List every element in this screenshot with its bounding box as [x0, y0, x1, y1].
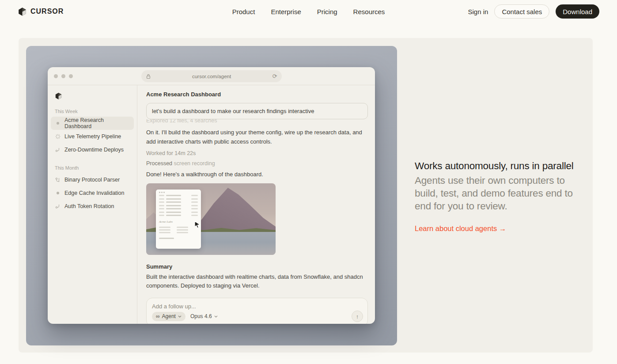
demo-panel: cursor.com/agent ⟳ This Week Acme Resea	[26, 46, 397, 345]
pointer-cursor-icon	[194, 221, 201, 228]
processed-value[interactable]: screen recording	[174, 160, 215, 167]
sidebar-item-edge-cache-invalidation[interactable]: Edge Cache Invalidation	[51, 186, 134, 200]
traffic-lights	[54, 74, 73, 78]
nav-link-product[interactable]: Product	[232, 8, 255, 15]
sign-in-link[interactable]: Sign in	[468, 8, 488, 15]
sidebar-item-zero-downtime-deploys[interactable]: Zero-Downtime Deploys	[51, 143, 134, 156]
chat-panel: Acme Research Dashboard let's build a da…	[137, 85, 375, 324]
chat-title: Acme Research Dashboard	[146, 91, 368, 98]
browser-body: This Week Acme Research Dashboard	[48, 85, 375, 324]
sidebar-item-label: Acme Research Dashboard	[64, 117, 130, 129]
top-navigation: CURSOR Product Enterprise Pricing Resour…	[0, 0, 617, 23]
mini-window-columns	[159, 225, 198, 235]
branch-icon	[55, 147, 61, 153]
sidebar-item-acme-research-dashboard[interactable]: Acme Research Dashboard	[51, 117, 134, 130]
close-window-icon[interactable]	[54, 74, 58, 78]
dot-icon	[55, 190, 61, 196]
summary-title: Summary	[146, 263, 368, 270]
cursor-cube-icon	[18, 7, 27, 16]
browser-titlebar: cursor.com/agent ⟳	[48, 67, 375, 85]
nav-actions: Sign in Contact sales Download	[468, 4, 599, 19]
dashboard-window-preview: Acme Labs	[156, 190, 201, 249]
cursor-cube-icon	[55, 92, 62, 100]
send-button[interactable]: ↑	[352, 311, 363, 322]
branch-icon	[55, 204, 61, 209]
brand-wordmark: CURSOR	[30, 8, 64, 15]
contact-sales-button[interactable]: Contact sales	[494, 4, 549, 19]
sidebar-section-title: This Week	[55, 109, 134, 114]
feature-copy: Works autonomously, runs in parallel Age…	[415, 160, 585, 233]
dot-icon	[55, 121, 61, 126]
learn-about-cloud-agents-link[interactable]: Learn about cloud agents →	[415, 224, 585, 233]
agent-mode-dropdown[interactable]: ∞ Agent	[152, 312, 185, 321]
sidebar-item-live-telemetry-pipeline[interactable]: Live Telemetry Pipeline	[51, 130, 134, 143]
explored-status-clip: Explored 12 files, 4 searches	[146, 119, 368, 124]
nav-links: Product Enterprise Pricing Resources	[232, 8, 385, 15]
mini-traffic-lights	[159, 192, 198, 193]
zoom-window-icon[interactable]	[69, 74, 73, 78]
infinity-icon: ∞	[156, 313, 160, 319]
followup-composer[interactable]: Add a follow up... ∞ Agent Opus 4.6	[146, 298, 368, 324]
model-label: Opus 4.6	[190, 313, 212, 319]
nav-link-resources[interactable]: Resources	[353, 8, 385, 15]
chevron-down-icon	[178, 315, 182, 318]
chevron-down-icon	[214, 315, 218, 318]
followup-placeholder: Add a follow up...	[152, 303, 362, 310]
agent-sidebar: This Week Acme Research Dashboard	[48, 85, 137, 324]
composer-controls: ∞ Agent Opus 4.6	[152, 311, 363, 322]
agent-mode-label: Agent	[162, 313, 176, 319]
user-prompt-text: let's build a dashboard to make our rese…	[152, 108, 314, 114]
processed-status: Processed screen recording	[146, 160, 368, 167]
minimize-window-icon[interactable]	[61, 74, 65, 78]
lock-icon	[146, 74, 151, 79]
agent-response: On it. I'll build the dashboard using yo…	[146, 128, 368, 146]
sidebar-item-label: Edge Cache Invalidation	[64, 190, 125, 196]
merge-icon	[55, 177, 61, 183]
arrow-up-icon: ↑	[356, 313, 359, 320]
processed-label: Processed	[146, 160, 172, 167]
spinner-icon	[55, 134, 61, 140]
download-button[interactable]: Download	[556, 4, 599, 19]
feature-body: Agents use their own computers to build,…	[415, 174, 585, 212]
sidebar-item-binary-protocol-parser[interactable]: Binary Protocol Parser	[51, 173, 134, 186]
refresh-icon[interactable]: ⟳	[273, 73, 277, 79]
cursor-logo[interactable]: CURSOR	[18, 7, 64, 16]
sidebar-item-label: Zero-Downtime Deploys	[64, 147, 124, 153]
feature-heading: Works autonomously, runs in parallel	[415, 160, 585, 172]
sidebar-item-label: Live Telemetry Pipeline	[64, 133, 121, 140]
model-dropdown[interactable]: Opus 4.6	[190, 313, 218, 319]
nav-link-enterprise[interactable]: Enterprise	[271, 8, 301, 15]
mini-window-caption: Acme Labs	[159, 220, 198, 224]
explored-status: Explored 12 files, 4 searches	[146, 119, 368, 124]
nav-link-pricing[interactable]: Pricing	[317, 8, 337, 15]
user-prompt[interactable]: let's build a dashboard to make our rese…	[146, 103, 368, 119]
done-message: Done! Here's a walkthrough of the dashbo…	[146, 171, 368, 178]
url-bar[interactable]: cursor.com/agent ⟳	[141, 70, 282, 82]
walkthrough-screenshot[interactable]: Acme Labs	[146, 183, 276, 255]
url-text: cursor.com/agent	[151, 74, 273, 79]
sidebar-item-label: Binary Protocol Parser	[64, 177, 120, 183]
worked-status: Worked for 14m 22s	[146, 150, 368, 156]
hero-card: cursor.com/agent ⟳ This Week Acme Resea	[19, 38, 593, 353]
summary-body: Built the interactive dashboard with rea…	[146, 273, 368, 290]
sidebar-item-label: Auth Token Rotation	[64, 203, 114, 209]
sidebar-item-auth-token-rotation[interactable]: Auth Token Rotation	[51, 200, 134, 213]
browser-mockup: cursor.com/agent ⟳ This Week Acme Resea	[48, 67, 375, 324]
sidebar-section-title: This Month	[55, 165, 134, 171]
